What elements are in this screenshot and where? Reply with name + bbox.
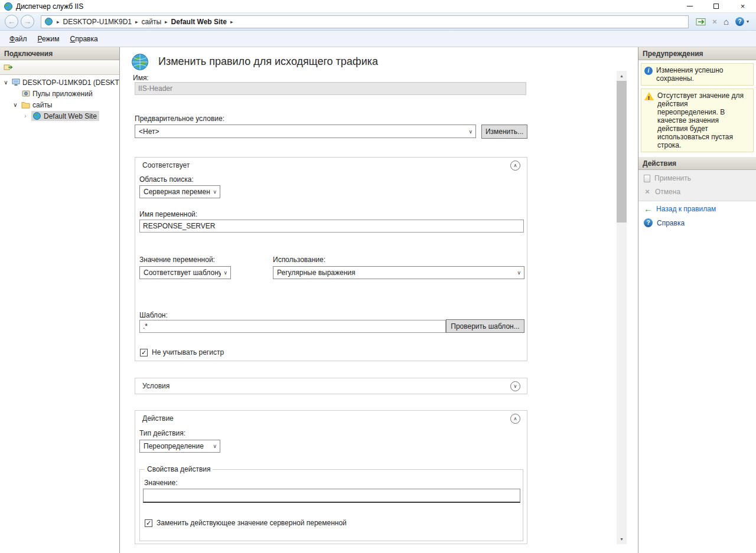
chevron-down-icon: ∨ [223, 270, 227, 276]
ignore-case-checkbox[interactable]: ✓ Не учитывать регистр [140, 348, 224, 356]
collapse-action-button[interactable]: ∧ [510, 414, 520, 424]
help-icon[interactable]: ? [735, 17, 744, 26]
chevron-expanded-icon[interactable]: ∨ [2, 79, 9, 86]
home-icon[interactable]: ⌂ [724, 17, 729, 27]
tree-item-sites[interactable]: ∨ сайты [0, 99, 119, 110]
tree-item-label: Пулы приложений [32, 90, 93, 98]
precondition-edit-button[interactable]: Изменить... [481, 125, 527, 139]
back-to-rules-action[interactable]: ← Назад к правилам [638, 201, 756, 216]
action-type-select[interactable]: Переопределение ∨ [139, 440, 220, 453]
action-type-label: Тип действия: [139, 429, 185, 437]
chevron-down-icon: ∨ [517, 270, 521, 276]
tree-item-label: DESKTOP-U1MK9D1 (DESKTOI [22, 78, 119, 87]
menu-help[interactable]: Справка [65, 32, 103, 46]
main-scrollbar[interactable]: ▴ ▾ [617, 71, 627, 544]
checkbox-checked-icon[interactable]: ✓ [140, 349, 148, 356]
tree-item-app-pools[interactable]: Пулы приложений [0, 88, 119, 99]
cancel-label: Отмена [655, 188, 680, 196]
page-title: Изменить правило для исходящего трафика [158, 55, 378, 68]
connections-panel: Подключения ∨ DESKTOP-U1MK9D1 (DESKTOI П… [0, 47, 120, 553]
refresh-icon[interactable] [696, 18, 706, 26]
conditions-section-header: Условия ∨ [135, 378, 527, 394]
close-icon: × [741, 2, 745, 10]
variable-name-input[interactable] [139, 220, 524, 233]
precondition-value: <Нет> [139, 127, 466, 136]
scope-label: Область поиска: [139, 175, 194, 184]
breadcrumb-separator-icon[interactable]: ▸ [135, 19, 138, 25]
using-value: Регулярные выражения [277, 269, 514, 277]
scope-select[interactable]: Серверная переменн ∨ [139, 185, 220, 198]
variable-value-value: Соответствует шаблону [144, 269, 221, 277]
alert-warning: Отсутствует значение для действия переоп… [641, 89, 754, 152]
alert-warning-text: Отсутствует значение для действия переоп… [657, 91, 750, 149]
breadcrumb-item-default-web-site[interactable]: Default Web Site [171, 18, 227, 26]
minimize-button[interactable] [676, 0, 703, 13]
breadcrumb-item-sites[interactable]: сайты [142, 18, 162, 26]
chevron-expanded-icon[interactable]: ∨ [12, 102, 19, 108]
back-arrow-icon: ← [644, 204, 652, 214]
stop-icon[interactable]: × [712, 17, 717, 26]
connections-header-label: Подключения [4, 50, 53, 58]
test-pattern-button[interactable]: Проверить шаблон... [446, 319, 524, 333]
collapse-match-button[interactable]: ∧ [510, 161, 520, 171]
precondition-select[interactable]: <Нет> ∨ [135, 125, 476, 138]
cancel-action[interactable]: × Отмена [638, 185, 756, 198]
check-icon: ✓ [146, 520, 151, 526]
maximize-button[interactable] [703, 0, 729, 13]
scroll-up-button[interactable]: ▴ [617, 71, 627, 81]
tree-item-default-web-site[interactable]: › Default Web Site [0, 110, 119, 122]
close-button[interactable]: × [729, 0, 756, 13]
variable-value-select[interactable]: Соответствует шаблону ∨ [139, 266, 231, 279]
breadcrumb-separator-icon[interactable]: ▸ [57, 19, 60, 25]
create-connection-icon[interactable] [4, 63, 13, 71]
menu-file[interactable]: Файл [4, 32, 32, 46]
help-label: Справка [657, 219, 685, 227]
alert-info-text: Изменения успешно сохранены. [656, 66, 750, 83]
pattern-input[interactable] [139, 320, 446, 333]
breadcrumb-item-server[interactable]: DESKTOP-U1MK9D1 [63, 18, 132, 26]
apply-icon [644, 175, 650, 182]
selected-tree-item[interactable]: Default Web Site [31, 111, 99, 121]
breadcrumb-separator-icon[interactable]: ▸ [165, 19, 168, 25]
chevron-down-icon: ∨ [468, 129, 472, 135]
checkbox-checked-icon[interactable]: ✓ [145, 519, 152, 527]
help-icon: ? [644, 218, 653, 227]
using-select[interactable]: Регулярные выражения ∨ [273, 266, 524, 279]
forward-button[interactable]: → [21, 15, 34, 28]
apply-action[interactable]: Применить [638, 172, 756, 185]
window-title: Диспетчер служб IIS [16, 2, 676, 11]
address-toolbar: × ⌂ ? ▾ [696, 17, 749, 27]
tree-item-server[interactable]: ∨ DESKTOP-U1MK9D1 (DESKTOI [0, 77, 119, 88]
menu-view[interactable]: Режим [32, 32, 65, 46]
scroll-up-icon: ▴ [620, 73, 623, 78]
breadcrumb-separator-icon[interactable]: ▸ [230, 19, 233, 25]
info-icon: i [644, 67, 653, 75]
chevron-up-icon: ∧ [514, 163, 517, 168]
replace-value-checkbox[interactable]: ✓ Заменить действующее значение серверно… [145, 519, 347, 527]
breadcrumb[interactable]: ▸ DESKTOP-U1MK9D1 ▸ сайты ▸ Default Web … [41, 15, 689, 28]
action-section-title: Действие [142, 414, 510, 423]
chevron-collapsed-icon[interactable]: › [22, 113, 29, 119]
back-button[interactable]: ← [5, 15, 18, 28]
match-section-header: Соответствует ∧ [135, 158, 527, 173]
app-pools-icon [22, 90, 30, 97]
action-value-input[interactable] [143, 489, 520, 503]
variable-value-label: Значение переменной: [139, 256, 215, 264]
name-input [135, 82, 526, 95]
warning-icon [644, 92, 654, 100]
maximize-icon [713, 4, 719, 9]
pattern-label: Шаблон: [139, 311, 168, 319]
actions-panel: Предупреждения i Изменения успешно сохра… [638, 47, 756, 553]
disabled-actions-group: Применить × Отмена [638, 170, 756, 201]
chevron-down-icon: ∨ [213, 189, 217, 195]
window-controls: × [676, 0, 756, 13]
expand-conditions-button[interactable]: ∨ [510, 381, 520, 391]
scope-value: Серверная переменн [144, 188, 210, 196]
help-dropdown-icon[interactable]: ▾ [747, 19, 749, 24]
help-action[interactable]: ? Справка [638, 216, 756, 230]
back-to-rules-label: Назад к правилам [656, 205, 716, 213]
menu-bar: Файл Режим Справка [0, 31, 756, 47]
actions-header: Действия [638, 157, 756, 170]
scrollbar-thumb[interactable] [617, 81, 627, 222]
scroll-down-button[interactable]: ▾ [617, 534, 627, 544]
